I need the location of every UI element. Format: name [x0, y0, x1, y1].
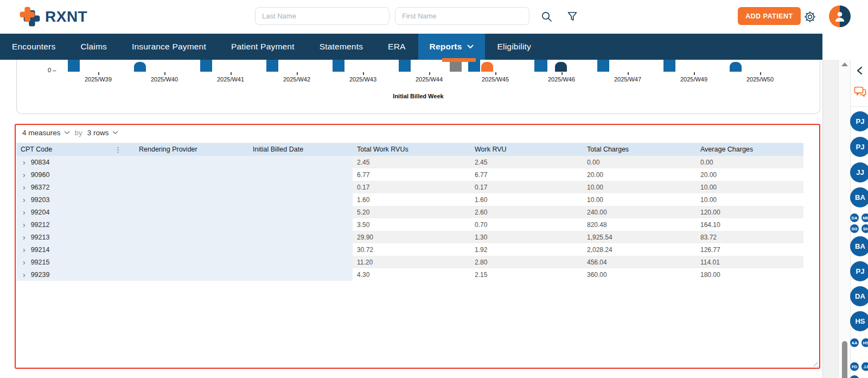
sidebar-avatar[interactable]: BA	[850, 187, 868, 207]
chart-bar[interactable]	[399, 59, 411, 72]
column-header[interactable]: Rendering Provider	[135, 143, 248, 156]
sidebar-avatar-small[interactable]: FD	[850, 362, 859, 371]
cell-value: 20.00	[700, 171, 717, 179]
row-expand-icon[interactable]: ›	[23, 196, 25, 204]
x-axis-tick-label: 2025/W46	[534, 76, 589, 83]
filter-icon[interactable]	[566, 10, 579, 23]
nav-item-patient-payment[interactable]: Patient Payment	[219, 34, 307, 60]
nav-item-reports[interactable]: Reports	[418, 34, 485, 60]
cpt-code-cell: ›99203	[16, 193, 135, 206]
nav-item-era[interactable]: ERA	[375, 34, 418, 60]
total-work-rvus-cell: 6.77	[353, 168, 470, 181]
sidebar-avatar-small[interactable]: SH	[861, 224, 868, 234]
table-row[interactable]: ›9921430.721.922,028.24126.77	[16, 243, 803, 256]
rxnt-logo[interactable]: RXNT	[18, 5, 87, 28]
total-charges-cell: 2,028.24	[583, 243, 696, 256]
chevron-down-icon	[112, 131, 118, 135]
sidebar-avatar[interactable]: BA	[850, 236, 868, 256]
initial-billed-date-cell	[248, 256, 353, 268]
sidebar-avatar[interactable]: PJ	[850, 261, 868, 281]
kebab-menu-icon[interactable]: ⋮	[114, 146, 122, 154]
table-row[interactable]: ›992394.302.15360.00180.00	[16, 268, 803, 281]
rows-dropdown[interactable]: 3 rows	[87, 129, 118, 137]
chart-bar[interactable]	[481, 62, 493, 72]
nav-item-encounters[interactable]: Encounters	[0, 34, 68, 60]
row-expand-icon[interactable]: ›	[23, 159, 25, 166]
table-row[interactable]: ›9921329.901.301,925.5483.72	[16, 231, 803, 243]
cell-value: 2.45	[357, 159, 369, 166]
row-expand-icon[interactable]: ›	[23, 234, 25, 241]
row-expand-icon[interactable]: ›	[23, 271, 25, 279]
table-row[interactable]: ›963720.170.1710.0010.00	[16, 181, 803, 193]
rendering-provider-cell	[135, 218, 248, 231]
table-row[interactable]: ›992045.202.60240.00120.00	[16, 206, 803, 218]
pivot-controls: 4 measures by 3 rows	[22, 129, 118, 137]
column-header[interactable]: Total Charges	[583, 143, 696, 156]
sidebar-avatar[interactable]: HS	[850, 311, 868, 331]
column-header[interactable]: Work RVU	[470, 143, 583, 156]
chart-bar[interactable]	[68, 59, 80, 72]
scrollbar-thumb[interactable]	[842, 341, 847, 378]
table-row[interactable]: ›909606.776.7720.0020.00	[16, 168, 803, 181]
search-icon[interactable]	[540, 10, 553, 23]
sidebar-avatar-small[interactable]: AA	[850, 338, 859, 348]
collapse-sidebar-icon[interactable]	[856, 66, 863, 75]
x-axis-tick	[231, 72, 232, 75]
nav-item-eligibility[interactable]: Eligibility	[485, 34, 544, 60]
sidebar-avatar[interactable]: JJ	[850, 162, 868, 182]
nav-item-claims[interactable]: Claims	[68, 34, 119, 60]
chart-bar[interactable]	[555, 62, 567, 72]
row-expand-icon[interactable]: ›	[23, 171, 25, 179]
sidebar-avatar-small[interactable]: MB	[861, 213, 868, 223]
row-expand-icon[interactable]: ›	[23, 246, 25, 254]
table-row[interactable]: ›992123.500.70820.48164.10	[16, 218, 803, 231]
sidebar-avatar-small[interactable]: DA	[850, 213, 859, 223]
chart-bar[interactable]	[597, 59, 609, 72]
column-header[interactable]: Total Work RVUs	[353, 143, 470, 156]
row-expand-icon[interactable]: ›	[23, 221, 25, 229]
chart-bar[interactable]	[134, 62, 146, 72]
column-header-label: Total Work RVUs	[357, 146, 409, 153]
rendering-provider-cell	[135, 243, 248, 256]
total-charges-cell: 0.00	[583, 156, 696, 168]
sidebar-avatar-small[interactable]: SG	[850, 224, 859, 234]
gear-icon[interactable]	[803, 10, 816, 23]
sidebar-avatar[interactable]: PJ	[850, 111, 868, 131]
row-expand-icon[interactable]: ›	[23, 209, 25, 216]
add-patient-button[interactable]: ADD PATIENT	[738, 7, 801, 25]
table-row[interactable]: ›992031.601.6010.0010.00	[16, 193, 803, 206]
user-avatar[interactable]	[829, 5, 851, 27]
average-charges-cell: 10.00	[696, 193, 803, 206]
chart-bar[interactable]	[534, 59, 547, 72]
right-sidebar: PJPJJJBADAMBSGSHBAPJDAHSAAHSFDJJ	[850, 60, 868, 378]
total-work-rvus-cell: 1.60	[353, 193, 470, 206]
nav-item-statements[interactable]: Statements	[307, 34, 375, 60]
chart-bar[interactable]	[266, 59, 278, 72]
scroll-up-arrow-icon[interactable]	[841, 62, 848, 66]
column-header[interactable]: Initial Billed Date	[248, 143, 353, 156]
chart-bar[interactable]	[200, 59, 212, 72]
table-row[interactable]: ›9921511.202.80456.04114.01	[16, 256, 803, 268]
column-header[interactable]: CPT Code⋮	[16, 143, 135, 156]
sidebar-avatar-small[interactable]: JJ	[861, 362, 868, 371]
initial-billed-date-cell	[248, 181, 353, 193]
row-expand-icon[interactable]: ›	[23, 259, 25, 266]
last-name-input[interactable]	[255, 7, 390, 25]
nav-item-insurance-payment[interactable]: Insurance Payment	[119, 34, 219, 60]
table-row[interactable]: ›908342.452.450.000.00	[16, 156, 803, 168]
chart-bar[interactable]	[333, 59, 344, 72]
sidebar-avatar[interactable]: DA	[850, 286, 868, 306]
chart-bar[interactable]	[663, 59, 675, 72]
chart-bar[interactable]	[730, 62, 742, 72]
sidebar-avatar[interactable]: PJ	[850, 137, 868, 157]
sidebar-avatar-partial[interactable]	[850, 375, 859, 378]
measures-dropdown[interactable]: 4 measures	[22, 129, 70, 137]
row-expand-icon[interactable]: ›	[23, 184, 25, 191]
first-name-input[interactable]	[395, 7, 529, 25]
column-header[interactable]: Average Charges	[696, 143, 803, 156]
cpt-code: 96372	[31, 184, 50, 191]
sidebar-avatar-small[interactable]: HS	[861, 338, 868, 348]
chat-icon[interactable]	[853, 85, 867, 99]
resize-handle[interactable]	[810, 359, 818, 367]
page-scrollbar[interactable]	[838, 60, 850, 378]
